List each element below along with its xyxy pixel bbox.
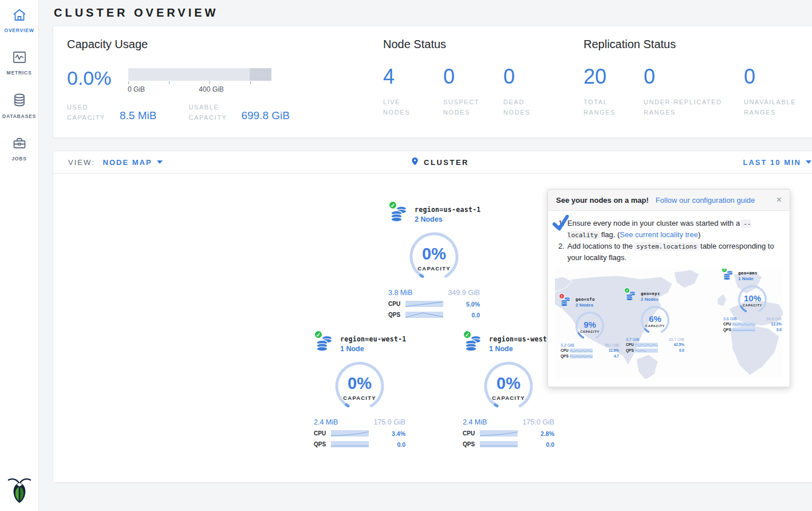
mini-node-card-ams: ✓ [722,270,783,332]
cpu-sparkline [570,348,593,353]
sidebar-item-jobs[interactable]: JOBS [0,136,38,162]
qps-sparkline [405,311,443,319]
replication-status-title: Replication Status [584,38,812,51]
region-label: region=us-east-1 [415,206,481,214]
qps-label: QPS [388,312,405,318]
mini-node-card-nyc: ✓ [625,290,685,353]
healthy-check-icon: ✓ [624,288,630,293]
metrics-icon [12,50,27,66]
qps-value: 0.0 [443,312,480,319]
used-bytes: 2.4 MiB [463,418,487,426]
databases-icon [12,93,27,110]
map-pin-icon [411,156,419,169]
capacity-gauge: 9% CAPACITY [574,310,606,342]
capacity-axis-tick: 0 GiB [128,85,145,93]
capacity-percent: 0% [348,375,372,392]
main-content: CLUSTER OVERVIEW Capacity Usage 0.0% 0 G… [39,0,812,511]
capacity-usage-title: Capacity Usage [67,38,336,51]
cpu-value: 5.0% [443,301,480,308]
jobs-icon [12,136,27,152]
usable-capacity-label: USABLE CAPACITY [188,103,232,123]
cpu-value: 3.4% [369,430,405,437]
popup-step-2: 2. Add locations to thesystem.locationst… [558,241,781,264]
view-label: VIEW: [68,158,95,167]
capacity-gauge: 0% CAPACITY [407,229,462,284]
usable-capacity-value: 699.8 GiB [241,109,290,123]
capacity-usage-section: Capacity Usage 0.0% 0 GiB 400 GiB [67,38,336,127]
time-range-selector[interactable]: LAST 10 MIN [743,158,811,167]
qps-sparkline [635,348,658,353]
cpu-sparkline [331,430,369,437]
nodes-link: 2 Nodes [641,297,660,302]
popup-title: See your nodes on a map! [556,196,649,205]
mini-node-card-sfo: ! [559,296,620,359]
cpu-label: CPU [388,301,405,307]
sidebar: OVERVIEW METRICS DATABASES [0,0,39,511]
cpu-label: CPU [463,430,480,437]
node-card-us-east-1: ✓ region=us-east-1 2 Node [387,205,481,319]
capacity-bar: 0 GiB 400 GiB [128,68,271,93]
total-ranges-stat: 20 TOTAL RANGES [584,65,644,118]
sidebar-item-label: METRICS [7,70,32,76]
node-status-section: Node Status 4 LIVE NODES 0 SUSPECT NODES… [383,38,572,127]
live-nodes-stat: 4 LIVE NODES [383,65,443,118]
chevron-down-icon [806,160,811,164]
qps-label: QPS [463,441,480,447]
close-icon[interactable]: × [776,195,782,205]
cockroach-logo [7,475,31,506]
breadcrumb-cluster: CLUSTER [424,158,469,167]
sidebar-item-label: OVERVIEW [4,27,34,33]
node-card-us-west-1: ✓ region=us-west-1 1 Node [462,335,555,448]
unavailable-ranges-stat: 0 UNAVAILABLE RANGES [744,65,812,118]
sidebar-item-overview[interactable]: OVERVIEW [0,8,38,33]
popup-step-1: 1. Ensure every node in your cluster was… [558,218,781,241]
capacity-gauge: 6% CAPACITY [639,304,671,336]
used-bytes: 2.4 MiB [314,418,338,426]
node-map-panel: VIEW: NODE MAP CLUSTER LAST 10 MIN [53,151,812,483]
sidebar-item-label: JOBS [11,156,26,162]
nodes-link[interactable]: 2 Nodes [415,215,481,223]
nodes-link[interactable]: 1 Node [489,345,555,353]
capacity-percent: 0% [496,375,521,392]
sidebar-item-databases[interactable]: DATABASES [0,93,38,119]
node-map-canvas: ✓ region=us-east-1 2 Node [53,174,812,482]
capacity-gauge: 0% CAPACITY [332,359,387,414]
region-label: region=eu-west-1 [340,335,407,343]
capacity-caption: CAPACITY [343,395,376,401]
total-capacity: 175.0 GiB [373,418,405,426]
healthy-check-icon: ✓ [722,269,727,273]
healthy-check-icon: ✓ [388,201,397,210]
used-capacity-label: USED CAPACITY [67,103,111,123]
app-root: OVERVIEW METRICS DATABASES [0,0,812,511]
example-map-preview: ! [555,269,783,379]
qps-sparkline [732,328,755,332]
locality-tree-link[interactable]: See current locality tree [620,230,698,239]
healthy-check-icon: ✓ [314,330,323,339]
configuration-guide-link[interactable]: Follow our configuration guide [656,196,755,205]
cpu-value: 2.8% [518,430,554,437]
view-selector[interactable]: NODE MAP [103,158,163,167]
node-card-eu-west-1: ✓ region=eu-west-1 1 Node [313,335,407,448]
capacity-caption: CAPACITY [417,265,450,272]
warning-icon: ! [559,293,565,299]
breadcrumb: CLUSTER [411,156,469,169]
qps-value: 0.0 [518,441,554,448]
used-bytes: 3.8 MiB [388,289,412,297]
qps-sparkline [331,441,369,448]
total-capacity: 175.0 GiB [522,418,554,426]
capacity-caption: CAPACITY [492,395,525,401]
dead-nodes-stat: 0 DEAD NODES [503,65,563,118]
cpu-sparkline [635,343,658,347]
capacity-percent: 0% [422,246,446,262]
sidebar-item-metrics[interactable]: METRICS [0,50,38,76]
region-label: geo=sfo [576,297,595,302]
nodes-link[interactable]: 1 Node [340,345,407,353]
capacity-percent: 0.0% [67,68,128,88]
used-capacity-value: 8.5 MiB [120,109,156,123]
capacity-gauge: 10% CAPACITY [736,284,768,316]
capacity-axis-tick: 400 GiB [199,85,223,93]
cpu-sparkline [480,430,518,437]
view-bar: VIEW: NODE MAP CLUSTER LAST 10 MIN [53,151,812,174]
cpu-sparkline [732,322,755,327]
qps-sparkline [480,441,518,448]
